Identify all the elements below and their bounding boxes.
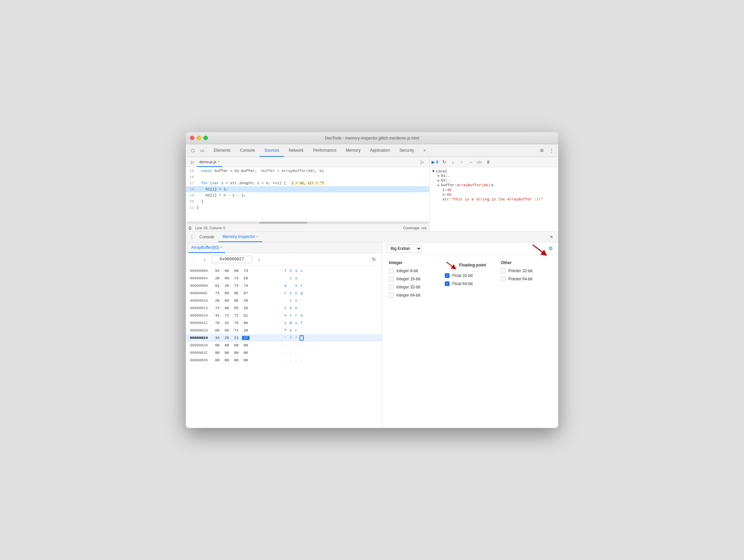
hex-row: 00000028 00 00 00 00 . . . [186,342,382,349]
source-file-tab[interactable]: demo-js.js × [197,157,222,167]
cursor-icon[interactable]: ⬡ [189,147,197,155]
pointer-64bit-checkbox[interactable] [501,277,506,281]
tab-list: Elements Console Sources Network Perform… [209,144,538,157]
hex-nav: ‹ ‹ › ↻ [186,253,382,266]
hex-row: 00000030 00 00 00 00 . . . [186,357,382,364]
scope-item-buffer: ▶ buffer: ArrayBuffer(60) ⊞ [432,183,555,188]
hex-row: 0000000C 72 69 6E 67 r i n [186,289,382,297]
scroll-track [187,222,428,223]
maximize-button[interactable] [203,136,208,140]
nav-back-btn[interactable]: ‹ [190,255,198,263]
tab-performance[interactable]: Performance [308,144,341,157]
scope-item-b2: ▶ b2: … [432,178,555,183]
scope-panel: ▶⏸ ↻ ↓ ↑ → </> ⏸ ▼ Local ▶ [430,157,558,231]
run-icon[interactable]: ▷ [189,158,197,166]
scope-local-label: Local [436,169,447,173]
step-over-btn[interactable]: ↻ [440,158,448,166]
step-into-btn[interactable]: ↓ [449,158,457,166]
bottom-close-icon[interactable]: × [547,233,555,241]
nav-next-btn[interactable]: › [255,255,263,263]
code-line-20: 20 } [186,198,429,204]
tab-sources[interactable]: Sources [260,144,284,157]
float-32bit-checkbox[interactable] [445,273,450,278]
hex-row-selected: 00000024 3A 29 21 27 : ) ! [186,334,382,342]
resume-btn[interactable]: ▶⏸ [432,158,439,166]
source-code: 15 const buffer = b1.buffer; buffer = Ar… [186,167,429,221]
integer-8bit-checkbox[interactable] [389,268,394,273]
top-section: ▷ demo-js.js × ▷ 15 const buffer = b1.bu… [186,157,558,232]
code-line-17: 17 for (var i = str.length; i < n; ++i) … [186,180,429,186]
nav-prev-btn[interactable]: ‹ [201,255,209,263]
float-32bit-row: Float 32-bit [445,273,495,278]
integer-64bit-label: Integer 64-bit [396,293,420,298]
svg-line-3 [446,262,454,268]
tab-security[interactable]: Security [395,144,419,157]
devtools-icons: ⬡ ▭ [189,147,206,155]
traffic-lights [190,136,208,140]
step-out-btn[interactable]: ↑ [458,158,465,166]
settings-icon[interactable]: ⚙ [538,147,546,155]
scope-local-header[interactable]: ▼ Local [432,169,555,173]
hex-row: 00000014 74 68 65 20 t h e [186,304,382,312]
float-label: Floating point [445,260,495,270]
scope-toolbar: ▶⏸ ↻ ↓ ↑ → </> ⏸ [430,157,558,167]
arraybuffer-close[interactable]: × [220,245,222,249]
status-left: {} Line 18, Column 5 [189,226,225,230]
source-tab-close[interactable]: × [218,160,220,164]
endian-select[interactable]: Big Endian Little Endian [386,244,422,253]
inspector-toolbar: Big Endian Little Endian ⚙ [382,242,558,255]
minimize-button[interactable] [197,136,201,140]
tab-network[interactable]: Network [284,144,308,157]
code-line-21: 21 } [186,204,429,211]
integer-32bit-label: Integer 32-bit [396,285,420,289]
pause-btn[interactable]: ⏸ [484,158,492,166]
memory-inspector-tab-close[interactable]: × [256,235,258,238]
hex-row: 00000004 20 69 73 20 i s [186,275,382,282]
other-column: Other Pointer 32-bit Pointer 64-bit [501,260,551,301]
step-btn[interactable]: → [467,158,474,166]
devtools-window: DevTools - memory-inspector.glitch.me/de… [186,132,558,428]
tab-application[interactable]: Application [365,144,395,157]
source-scrollbar[interactable] [186,221,429,224]
gear-icon[interactable]: ⚙ [547,245,554,252]
deactivate-btn[interactable]: </> [476,158,483,166]
float-32bit-label: Float 32-bit [452,273,473,278]
more-options-icon[interactable]: ⋮ [547,147,555,155]
tab-elements[interactable]: Elements [209,144,235,157]
arraybuffer-label: ArrayBuffer(60) [191,245,219,250]
integer-column: Integer Integer 8-bit Integer 16-bit [389,260,439,301]
pointer-32bit-checkbox[interactable] [501,268,506,273]
integer-16bit-checkbox[interactable] [389,277,394,281]
hex-row: 00000018 41 72 72 61 A r r [186,312,382,319]
arraybuffer-icon: ⊞ [491,183,493,187]
arraybuffer-tab[interactable]: ArrayBuffer(60) × [189,242,225,253]
tab-console[interactable]: Console [235,144,260,157]
bottom-tab-memory-inspector[interactable]: Memory Inspector × [218,232,262,242]
refresh-btn[interactable]: ↻ [370,256,378,263]
bottom-tab-right: × [547,233,555,241]
title-bar: DevTools - memory-inspector.glitch.me/de… [186,132,558,144]
window-title: DevTools - memory-inspector.glitch.me/de… [325,136,419,141]
hex-row: 00000000 54 68 69 73 T h i [186,267,382,275]
tab-more[interactable]: » [419,144,431,157]
red-arrow-float [445,260,457,270]
float-64bit-checkbox[interactable] [445,281,450,286]
bottom-tab-console[interactable]: Console [195,232,218,242]
float-64bit-label: Float 64-bit [452,281,473,286]
device-icon[interactable]: ▭ [198,147,206,155]
tab-menu-icon[interactable]: ⋮ [189,234,195,240]
format-icon[interactable]: ▷ [418,158,426,166]
integer-8bit-row: Integer 8-bit [389,268,439,273]
devtools-right-icons: ⚙ ⋮ [538,147,555,155]
integer-64bit-checkbox[interactable] [389,293,394,298]
address-input[interactable] [212,256,252,263]
status-bar: {} Line 18, Column 5 Coverage: n/a [186,224,429,231]
tab-memory[interactable]: Memory [341,144,365,157]
close-button[interactable] [190,136,194,140]
source-panel: ▷ demo-js.js × ▷ 15 const buffer = b1.bu… [186,157,430,231]
code-line-16: 16 [186,174,429,180]
hex-row: 00000008 61 20 73 74 a s [186,282,382,289]
line-col: Line 18, Column 5 [195,226,225,230]
integer-32bit-checkbox[interactable] [389,285,394,289]
code-line-15: 15 const buffer = b1.buffer; buffer = Ar… [186,168,429,174]
